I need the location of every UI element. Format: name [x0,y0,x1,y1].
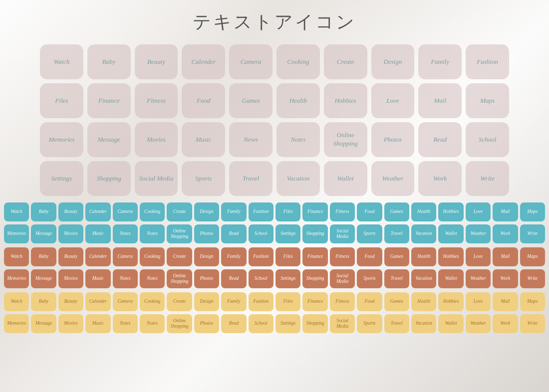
yellow-social-media[interactable]: Social Media [330,314,355,333]
yellow-fitness[interactable]: Fitness [330,292,355,311]
teal-hobbies[interactable]: Hobbies [438,202,463,221]
yellow-message[interactable]: Message [31,314,56,333]
terra-family[interactable]: Family [221,247,246,266]
tile-large-health[interactable]: Health [276,83,320,118]
yellow-mail[interactable]: Mail [493,292,518,311]
terra-sports[interactable]: Sports [357,269,382,288]
teal-shopping[interactable]: Shopping [302,224,327,243]
teal-social-media[interactable]: Social Media [330,224,355,243]
terra-health[interactable]: Health [411,247,436,266]
tile-large-write[interactable]: Write [466,161,509,196]
tile-large-notes[interactable]: Notes [276,122,320,157]
terra-design[interactable]: Design [194,247,219,266]
teal-baby[interactable]: Baby [31,202,56,221]
teal-files[interactable]: Files [275,202,300,221]
terra-social-media[interactable]: Social Media [330,269,355,288]
yellow-vacation[interactable]: Vacation [411,314,436,333]
tile-large-news[interactable]: News [229,122,273,157]
yellow-music[interactable]: Music [85,314,110,333]
yellow-fashion[interactable]: Fashion [249,292,274,311]
tile-large-fitness[interactable]: Fitness [135,83,178,118]
terra-vacation[interactable]: Vacation [411,269,436,288]
teal-school[interactable]: School [249,224,274,243]
tile-large-beauty[interactable]: Beauty [135,44,178,79]
yellow-movies[interactable]: Movies [58,314,83,333]
terra-read[interactable]: Read [221,269,246,288]
tile-large-calender[interactable]: Calender [182,44,225,79]
terra-fitness[interactable]: Fitness [330,247,355,266]
teal-message[interactable]: Message [31,224,56,243]
teal-maps[interactable]: Maps [520,202,545,221]
tile-large-weather[interactable]: Weather [371,161,415,196]
yellow-notes[interactable]: Notes [140,314,165,333]
teal-settings[interactable]: Settings [275,224,300,243]
terra-hobbies[interactable]: Hobbies [438,247,463,266]
terra-fashion[interactable]: Fashion [249,247,274,266]
yellow-online-shopping[interactable]: Online Shopping [167,314,192,333]
tile-large-school[interactable]: School [466,122,509,157]
teal-music[interactable]: Music [85,224,110,243]
yellow-food[interactable]: Food [357,292,382,311]
teal-food[interactable]: Food [357,202,382,221]
terra-games[interactable]: Games [384,247,409,266]
yellow-memories[interactable]: Memories [4,314,29,333]
teal-games[interactable]: Games [384,202,409,221]
teal-read[interactable]: Read [221,224,246,243]
terra-memories[interactable]: Memories [4,269,29,288]
yellow-camera[interactable]: Camera [113,292,138,311]
terra-online-shopping[interactable]: Online Shopping [167,269,192,288]
terra-watch[interactable]: Watch [4,247,29,266]
teal-mail[interactable]: Mail [493,202,518,221]
yellow-sports[interactable]: Sports [357,314,382,333]
tile-large-design[interactable]: Design [371,44,415,79]
terra-finance[interactable]: Finance [302,247,327,266]
tile-large-cooking[interactable]: Cooking [276,44,320,79]
terra-write[interactable]: Write [520,269,545,288]
yellow-read[interactable]: Read [221,314,246,333]
terra-mail[interactable]: Mail [493,247,518,266]
yellow-cooking[interactable]: Cooking [140,292,165,311]
tile-large-maps[interactable]: Maps [466,83,509,118]
teal-weather[interactable]: Weather [466,224,491,243]
tile-large-message[interactable]: Message [87,122,131,157]
teal-write[interactable]: Write [520,224,545,243]
teal-work[interactable]: Work [493,224,518,243]
terra-work[interactable]: Work [493,269,518,288]
tile-large-games[interactable]: Games [229,83,273,118]
terra-photos[interactable]: Photos [194,269,219,288]
teal-beauty[interactable]: Beauty [58,202,83,221]
yellow-hobbies[interactable]: Hobbies [438,292,463,311]
terra-news[interactable]: Notes [113,269,138,288]
teal-memories[interactable]: Memories [4,224,29,243]
teal-watch[interactable]: Watch [4,202,29,221]
terra-baby[interactable]: Baby [31,247,56,266]
tile-large-files[interactable]: Files [40,83,83,118]
terra-create[interactable]: Create [167,247,192,266]
tile-large-food[interactable]: Food [182,83,225,118]
terra-beauty[interactable]: Beauty [58,247,83,266]
yellow-family[interactable]: Family [221,292,246,311]
tile-large-movies[interactable]: Movies [135,122,178,157]
tile-large-fashion[interactable]: Fashion [466,44,509,79]
tile-large-memories[interactable]: Memories [40,122,83,157]
tile-large-shopping[interactable]: Shopping [87,161,131,196]
teal-wallet[interactable]: Wallet [438,224,463,243]
terra-love[interactable]: Love [466,247,491,266]
teal-family[interactable]: Family [221,202,246,221]
teal-online-shopping[interactable]: Online Shopping [167,224,192,243]
tile-large-family[interactable]: Family [418,44,462,79]
tile-large-finance[interactable]: Finance [87,83,131,118]
terra-cooking[interactable]: Cooking [140,247,165,266]
tile-large-baby[interactable]: Baby [87,44,131,79]
yellow-write[interactable]: Write [520,314,545,333]
yellow-wallet[interactable]: Wallet [438,314,463,333]
teal-sports[interactable]: Sports [357,224,382,243]
teal-create[interactable]: Create [167,202,192,221]
terra-calender[interactable]: Calender [85,247,110,266]
teal-design[interactable]: Design [194,202,219,221]
teal-notes[interactable]: Notes [140,224,165,243]
yellow-weather[interactable]: Weather [466,314,491,333]
terra-files[interactable]: Files [275,247,300,266]
teal-cooking[interactable]: Cooking [140,202,165,221]
tile-large-vacation[interactable]: Vacation [276,161,320,196]
